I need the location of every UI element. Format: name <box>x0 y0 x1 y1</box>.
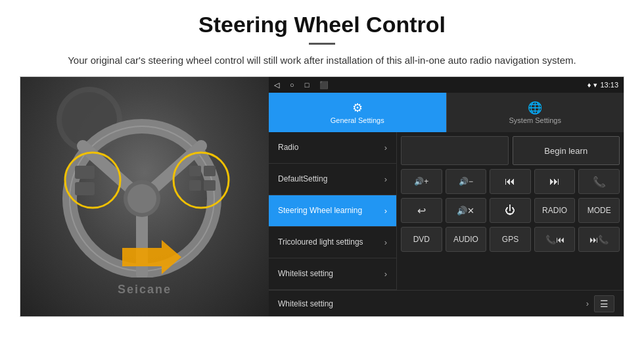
android-panel: ◁ ○ □ ⬛ ♦ ▾ 13:13 ⚙ General Settings <box>269 77 624 316</box>
whitelist-chevron-icon[interactable]: › <box>586 299 589 308</box>
phone-icon: 📞 <box>593 176 606 188</box>
menu-item-steering-label: Steering Wheel learning <box>278 206 382 216</box>
tab-system-label: System Settings <box>509 116 561 124</box>
main-content: Radio › DefaultSetting › Steering Wheel … <box>269 132 624 290</box>
menu-item-whitelist[interactable]: Whitelist setting › <box>269 258 396 290</box>
list-icon: ☰ <box>600 299 609 309</box>
next-track-button[interactable]: ⏭ <box>534 169 576 194</box>
back-icon[interactable]: ◁ <box>274 81 279 89</box>
dvd-label: DVD <box>413 235 430 244</box>
menu-item-defaultsetting[interactable]: DefaultSetting › <box>269 164 396 195</box>
menu-item-radio[interactable]: Radio › <box>269 132 396 164</box>
status-icons-left: ◁ ○ □ ⬛ <box>274 81 329 89</box>
chevron-radio-icon: › <box>384 143 387 153</box>
general-settings-icon: ⚙ <box>352 101 363 115</box>
controls-area: Begin learn 🔊+ 🔊− ⏮ <box>397 132 624 290</box>
tab-general-settings[interactable]: ⚙ General Settings <box>269 93 446 132</box>
vol-up-button[interactable]: 🔊+ <box>401 169 442 194</box>
radio-label: RADIO <box>542 206 567 215</box>
subtitle-text: Your original car's steering wheel contr… <box>66 53 578 68</box>
phone-prev-icon: 📞⏮ <box>545 235 564 245</box>
home-icon[interactable]: ○ <box>290 81 294 89</box>
vol-up-icon: 🔊+ <box>414 177 428 186</box>
tab-bar: ⚙ General Settings 🌐 System Settings <box>269 93 624 132</box>
svg-rect-14 <box>204 166 216 176</box>
gps-label: GPS <box>502 235 518 244</box>
controls-row-1: 🔊+ 🔊− ⏮ ⏭ 📞 <box>401 169 620 194</box>
menu-item-steering[interactable]: Steering Wheel learning › <box>269 195 396 227</box>
phone-next-button[interactable]: ⏭📞 <box>578 227 620 252</box>
menu-item-tricoloured-label: Tricoloured light settings <box>278 237 382 248</box>
vol-down-button[interactable]: 🔊− <box>446 169 487 194</box>
svg-rect-12 <box>75 182 95 195</box>
svg-point-10 <box>127 184 156 213</box>
title-divider <box>309 43 335 45</box>
time-display: 13:13 <box>600 81 618 89</box>
mute-icon: 🔊✕ <box>457 206 474 216</box>
chevron-steering-icon: › <box>384 206 387 216</box>
signal-icon: ▾ <box>593 81 597 89</box>
power-button[interactable]: ⏻ <box>490 198 531 223</box>
hang-up-icon: ↩ <box>417 205 426 217</box>
begin-learn-button[interactable]: Begin learn <box>513 136 620 165</box>
prev-track-button[interactable]: ⏮ <box>490 169 531 194</box>
page-wrapper: Steering Wheel Control Your original car… <box>0 0 644 324</box>
svg-rect-11 <box>75 166 95 179</box>
begin-learn-row: Begin learn <box>401 136 620 165</box>
audio-label: AUDIO <box>453 235 478 244</box>
controls-row-3: DVD AUDIO GPS 📞⏮ ⏭📞 <box>401 227 620 252</box>
location-icon: ♦ <box>587 81 591 89</box>
car-image-panel: Seicane <box>20 77 269 316</box>
svg-rect-16 <box>204 180 216 191</box>
phone-button[interactable]: 📞 <box>578 169 620 194</box>
chevron-default-icon: › <box>384 174 387 184</box>
next-track-icon: ⏭ <box>549 176 560 187</box>
chevron-whitelist-icon: › <box>384 269 387 279</box>
watermark: Seicane <box>118 283 172 297</box>
screenshot-icon[interactable]: ⬛ <box>319 81 329 89</box>
whitelist-setting-label: Whitelist setting <box>278 299 333 308</box>
tab-general-label: General Settings <box>331 116 384 124</box>
header-section: Steering Wheel Control Your original car… <box>20 12 624 68</box>
whitelist-bottom-row: Whitelist setting › ☰ <box>269 290 624 316</box>
svg-rect-15 <box>189 180 201 191</box>
dvd-button[interactable]: DVD <box>401 227 442 252</box>
empty-input-box <box>401 136 509 165</box>
content-area: Seicane ◁ ○ □ ⬛ ♦ ▾ 13:13 <box>20 76 624 317</box>
status-icons-right: ♦ ▾ 13:13 <box>587 81 618 89</box>
status-bar: ◁ ○ □ ⬛ ♦ ▾ 13:13 <box>269 77 624 93</box>
menu-list: Radio › DefaultSetting › Steering Wheel … <box>269 132 397 290</box>
power-icon: ⏻ <box>505 205 515 216</box>
whitelist-list-icon[interactable]: ☰ <box>594 295 614 312</box>
audio-button[interactable]: AUDIO <box>446 227 487 252</box>
mode-button[interactable]: MODE <box>578 198 620 223</box>
recents-icon[interactable]: □ <box>305 81 310 89</box>
phone-prev-button[interactable]: 📞⏮ <box>534 227 576 252</box>
menu-item-whitelist-label: Whitelist setting <box>278 269 382 279</box>
tab-system-settings[interactable]: 🌐 System Settings <box>446 93 624 132</box>
hang-up-button[interactable]: ↩ <box>401 198 442 223</box>
page-title: Steering Wheel Control <box>20 12 624 37</box>
mute-button[interactable]: 🔊✕ <box>446 198 487 223</box>
svg-rect-13 <box>189 166 201 176</box>
phone-next-icon: ⏭📞 <box>589 235 609 245</box>
mode-label: MODE <box>587 206 611 215</box>
steering-wheel-svg <box>30 80 254 277</box>
system-settings-icon: 🌐 <box>528 101 542 115</box>
radio-button[interactable]: RADIO <box>534 198 576 223</box>
chevron-tricoloured-icon: › <box>384 237 387 247</box>
menu-item-tricoloured[interactable]: Tricoloured light settings › <box>269 227 396 258</box>
gps-button[interactable]: GPS <box>490 227 531 252</box>
menu-item-radio-label: Radio <box>278 143 382 153</box>
vol-down-icon: 🔊− <box>459 177 473 186</box>
whitelist-right: › ☰ <box>584 295 614 312</box>
prev-track-icon: ⏮ <box>505 176 515 187</box>
menu-item-default-label: DefaultSetting <box>278 174 382 185</box>
controls-row-2: ↩ 🔊✕ ⏻ RADIO MODE <box>401 198 620 223</box>
